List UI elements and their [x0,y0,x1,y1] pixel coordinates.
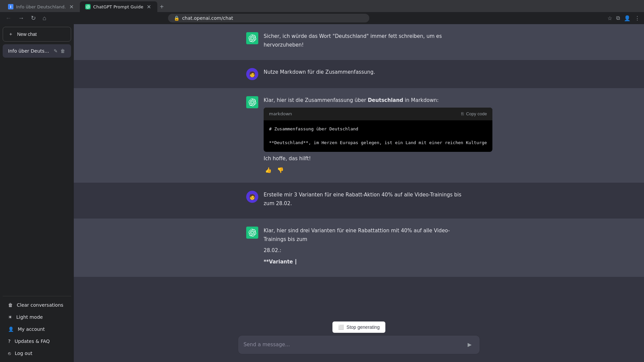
toolbar-icons: ☆ ⧉ 👤 ⋮ [606,14,641,23]
list-item[interactable]: Info über Deutschland. ✎ 🗑 [3,44,71,58]
avatar [246,227,258,239]
message-line2: 28.02.: [264,246,472,255]
message-actions: 👍 👎 [264,166,492,175]
clear-conversations-label: Clear conversations [17,302,63,308]
thumbs-down-button[interactable]: 👎 [276,166,285,175]
back-button[interactable]: ← [3,13,14,23]
message-content: Klar, hier ist die Zusammenfassung über … [264,96,492,175]
reload-button[interactable]: ↻ [28,13,39,23]
code-content: # Zusammenfassung über Deutschland **Deu… [264,120,492,152]
browser-chrome: i Info über Deutschland. ✕ ChatGPT Promp… [0,0,644,24]
light-mode-item[interactable]: ☀ Light mode [3,311,71,323]
streaming-cursor [296,259,296,264]
message-text: Nutze Markdown für die Zusammenfassung. [264,68,472,77]
browser-toolbar: ← → ↻ ⌂ 🔒 chat.openai.com/chat ☆ ⧉ 👤 ⋮ [0,12,644,24]
avatar: 🧑 [246,191,258,203]
forward-button[interactable]: → [15,13,27,23]
updates-faq-label: Updates & FAQ [14,339,50,344]
home-button[interactable]: ⌂ [40,13,49,23]
main-content: Sicher, ich würde das Wort "Deutschland"… [74,24,644,362]
logout-icon: ⎋ [8,351,11,356]
chat-item-actions: ✎ 🗑 [53,48,66,54]
chat-item-title: Info über Deutschland. [8,48,50,54]
code-block: markdown ⎘ Copy code # Zusammenfassung ü… [264,108,492,152]
clear-conversations-item[interactable]: 🗑 Clear conversations [3,299,71,311]
browser-tab-2[interactable]: ChatGPT Prompt Guide ✕ [80,1,157,12]
message-line3: **Variante [264,258,472,266]
message-row: Klar, hier sind drei Varianten für eine … [74,219,644,277]
message-row: 🧑 Nutze Markdown für die Zusammenfassung… [74,60,644,88]
tab-favicon-1: i [8,4,13,9]
message-outro: Ich hoffe, das hilft! [264,155,492,163]
thumbs-up-button[interactable]: 👍 [264,166,273,175]
extensions-icon[interactable]: ⧉ [615,14,621,23]
light-mode-label: Light mode [16,314,43,320]
stop-icon: ⬜ [338,324,344,330]
stop-label: Stop generating [346,324,380,330]
profile-icon[interactable]: 👤 [623,14,632,23]
message-inner: 🧑 Erstelle mir 3 Varianten für eine Raba… [238,191,480,210]
avatar [246,96,258,108]
message-text: Erstelle mir 3 Varianten für eine Rabatt… [264,191,472,208]
code-header: markdown ⎘ Copy code [264,108,492,120]
message-inner: Klar, hier ist die Zusammenfassung über … [238,96,480,175]
info-icon: ? [8,339,10,344]
message-line1: Klar, hier sind drei Varianten für eine … [264,227,472,244]
copy-code-button[interactable]: ⎘ Copy code [461,111,487,116]
chat-input-wrapper: ► [238,336,480,354]
message-inner: Sicher, ich würde das Wort "Deutschland"… [238,32,480,52]
tab-close-2[interactable]: ✕ [146,3,152,11]
tab-close-1[interactable]: ✕ [68,3,74,11]
tab-title-1: Info über Deutschland. [16,4,66,9]
trash-icon: 🗑 [8,302,13,308]
send-button[interactable]: ► [465,340,474,350]
message-inner: 🧑 Nutze Markdown für die Zusammenfassung… [238,68,480,80]
message-row: Sicher, ich würde das Wort "Deutschland"… [74,24,644,60]
new-chat-label: New chat [17,32,37,37]
tab-title-2: ChatGPT Prompt Guide [93,4,143,9]
delete-chat-button[interactable]: 🗑 [60,48,66,54]
copy-label: Copy code [466,111,487,116]
lock-icon: 🔒 [174,15,179,21]
my-account-item[interactable]: 👤 My account [3,323,71,335]
chat-input[interactable] [244,341,465,349]
browser-tab-1[interactable]: i Info über Deutschland. ✕ [3,1,80,12]
input-area: ⬜ Stop generating ► [74,316,644,362]
message-inner: Klar, hier sind drei Varianten für eine … [238,227,480,269]
sidebar-bottom: 🗑 Clear conversations ☀ Light mode 👤 My … [3,296,71,359]
bookmark-star-icon[interactable]: ☆ [606,14,613,23]
logout-label: Log out [15,351,32,356]
message-content: Sicher, ich würde das Wort "Deutschland"… [264,32,472,52]
settings-icon[interactable]: ⋮ [633,14,641,23]
message-text: Sicher, ich würde das Wort "Deutschland"… [264,32,472,49]
stop-generating-button[interactable]: ⬜ Stop generating [332,321,385,333]
sidebar: ＋ New chat Info über Deutschland. ✎ 🗑 🗑 … [0,24,74,362]
avatar: 🧑 [246,68,258,80]
url-text: chat.openai.com/chat [182,15,233,21]
message-text: Klar, hier ist die Zusammenfassung über … [264,96,492,105]
logout-item[interactable]: ⎋ Log out [3,347,71,359]
plus-icon: ＋ [8,31,13,37]
app: ＋ New chat Info über Deutschland. ✎ 🗑 🗑 … [0,24,644,362]
account-icon: 👤 [8,326,14,332]
message-row: Klar, hier ist die Zusammenfassung über … [74,88,644,183]
tab-favicon-2 [85,4,91,9]
message-content: Klar, hier sind drei Varianten für eine … [264,227,472,269]
sun-icon: ☀ [8,314,12,320]
copy-icon: ⎘ [461,111,464,116]
code-lang: markdown [269,110,292,118]
message-content: Nutze Markdown für die Zusammenfassung. [264,68,472,80]
edit-chat-button[interactable]: ✎ [53,48,58,54]
message-content: Erstelle mir 3 Varianten für eine Rabatt… [264,191,472,210]
browser-tabs: i Info über Deutschland. ✕ ChatGPT Promp… [0,0,644,12]
my-account-label: My account [18,326,45,332]
chat-list: Info über Deutschland. ✎ 🗑 [3,44,71,293]
new-chat-button[interactable]: ＋ New chat [3,27,71,42]
messages-container: Sicher, ich würde das Wort "Deutschland"… [74,24,644,316]
new-tab-button[interactable]: + [157,2,167,12]
message-row: 🧑 Erstelle mir 3 Varianten für eine Raba… [74,183,644,219]
updates-faq-item[interactable]: ? Updates & FAQ [3,335,71,347]
address-bar[interactable]: 🔒 chat.openai.com/chat [168,14,369,22]
avatar [246,32,258,44]
bold-word: Deutschland [368,97,403,103]
